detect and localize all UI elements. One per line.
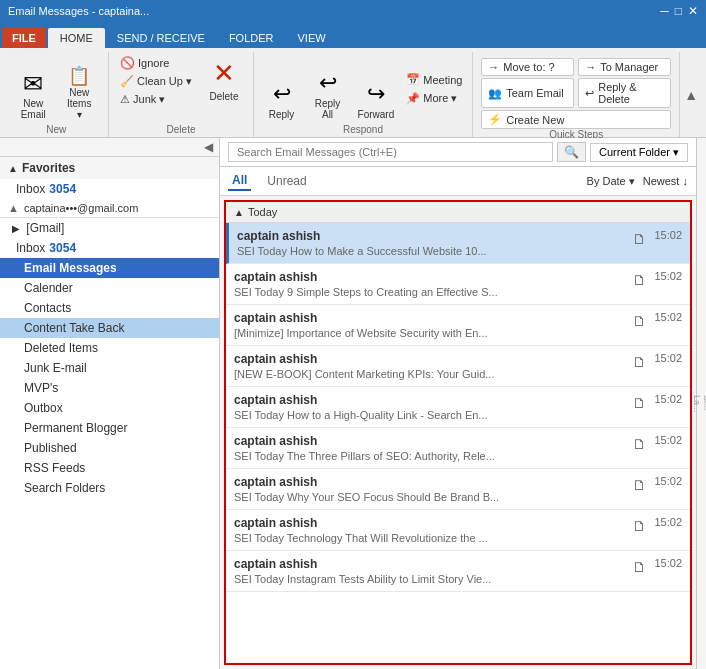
minimize-icon[interactable]: ─	[660, 4, 669, 18]
reply-label: Reply	[269, 109, 295, 120]
tab-send-receive[interactable]: SEND / RECEIVE	[105, 28, 217, 48]
email-content: captain ashish SEI Today How to a High-Q…	[234, 393, 628, 421]
close-icon[interactable]: ✕	[688, 4, 698, 18]
respond-group-label: Respond	[343, 124, 383, 137]
email-time: 15:02	[654, 557, 682, 569]
to-manager-label: To Manager	[600, 61, 658, 73]
filter-bar: All Unread By Date ▾ Newest ↓	[220, 167, 696, 196]
create-new-button[interactable]: ⚡ Create New	[481, 110, 671, 129]
delete-icon: ✕	[213, 58, 235, 89]
forward-icon: ↪	[367, 81, 385, 107]
ribbon-collapse[interactable]: ▲	[680, 52, 702, 137]
favorites-header[interactable]: ▲ Favorites	[0, 157, 219, 179]
account-header[interactable]: ▲ captaina•••@gmail.com	[0, 199, 219, 218]
folder-scope-button[interactable]: Current Folder ▾	[590, 143, 688, 162]
ribbon-group-new: ✉ NewEmail 📋 NewItems ▾ New	[4, 52, 109, 137]
search-bar: 🔍 Current Folder ▾	[220, 138, 696, 167]
email-item-email-1[interactable]: captain ashish SEI Today How to Make a S…	[226, 223, 690, 264]
new-group-label: New	[46, 124, 66, 137]
junk-button[interactable]: ⚠ Junk ▾	[116, 91, 196, 108]
sort-order-button[interactable]: Newest ↓	[643, 175, 688, 187]
email-item-email-5[interactable]: captain ashish SEI Today How to a High-Q…	[226, 387, 690, 428]
sidebar-item-email-messages[interactable]: Email Messages	[0, 258, 219, 278]
collapse-icon: ▲	[684, 87, 698, 103]
sidebar-item-inbox[interactable]: Inbox 3054	[0, 238, 219, 258]
reply-button[interactable]: ↩ Reply	[260, 77, 304, 124]
sidebar-collapse-btn[interactable]: ◀	[200, 140, 217, 154]
email-item-email-3[interactable]: captain ashish [Minimize] Importance of …	[226, 305, 690, 346]
reply-all-button[interactable]: ↩ ReplyAll	[306, 66, 350, 124]
cleanup-button[interactable]: 🧹 Clean Up ▾	[116, 73, 196, 90]
reply-all-icon: ↩	[319, 70, 337, 96]
folder-scope-label: Current Folder ▾	[599, 146, 679, 159]
ribbon-group-quicksteps: → Move to: ? → To Manager 👥 Team Email ↩…	[473, 52, 680, 137]
sidebar-item-mvps[interactable]: MVP's	[0, 378, 219, 398]
sidebar-item-permanent-blogger[interactable]: Permanent Blogger	[0, 418, 219, 438]
ignore-icon: 🚫	[120, 56, 135, 70]
email-item-email-4[interactable]: captain ashish [NEW E-BOOK] Content Mark…	[226, 346, 690, 387]
email-time: 15:02	[654, 229, 682, 241]
new-items-icon: 📋	[68, 67, 90, 85]
email-sender: captain ashish	[237, 229, 628, 243]
account-collapse-icon: ▲	[8, 202, 19, 214]
filter-tab-all[interactable]: All	[228, 171, 251, 191]
sort-by-date-button[interactable]: By Date ▾	[587, 175, 635, 188]
sidebar-item-rss-feeds[interactable]: RSS Feeds	[0, 458, 219, 478]
email-item-email-7[interactable]: captain ashish SEI Today Why Your SEO Fo…	[226, 469, 690, 510]
email-subject: SEI Today The Three Pillars of SEO: Auth…	[234, 450, 628, 462]
new-email-icon: ✉	[23, 72, 43, 96]
forward-button[interactable]: ↪ Forward	[352, 77, 401, 124]
search-input[interactable]	[228, 142, 553, 162]
email-content: captain ashish [NEW E-BOOK] Content Mark…	[234, 352, 628, 380]
sidebar-item-inbox-favorites[interactable]: Inbox 3054	[0, 179, 219, 199]
email-content: captain ashish SEI Today Instagram Tests…	[234, 557, 628, 585]
email-attachment-icon: 🗋	[632, 436, 646, 452]
reply-delete-label: Reply & Delete	[598, 81, 664, 105]
delete-button[interactable]: ✕ Delete	[202, 54, 246, 106]
reply-delete-button[interactable]: ↩ Reply & Delete	[578, 78, 671, 108]
email-item-email-9[interactable]: captain ashish SEI Today Instagram Tests…	[226, 551, 690, 592]
sidebar-item-outbox[interactable]: Outbox	[0, 398, 219, 418]
ignore-button[interactable]: 🚫 Ignore	[116, 54, 196, 72]
tab-home[interactable]: HOME	[48, 28, 105, 48]
favorites-label: Favorites	[22, 161, 75, 175]
new-email-button[interactable]: ✉ NewEmail	[11, 68, 55, 124]
meeting-icon: 📅	[406, 73, 420, 86]
more-label: More ▾	[423, 92, 457, 105]
email-attachment-icon: 🗋	[632, 272, 646, 288]
search-button[interactable]: 🔍	[557, 142, 586, 162]
sidebar-item-junk-email[interactable]: Junk E-mail	[0, 358, 219, 378]
sidebar-item-contacts[interactable]: Contacts	[0, 298, 219, 318]
to-manager-button[interactable]: → To Manager	[578, 58, 671, 76]
email-content: captain ashish SEI Today How to Make a S…	[237, 229, 628, 257]
tab-view[interactable]: VIEW	[286, 28, 338, 48]
maximize-icon[interactable]: □	[675, 4, 682, 18]
email-time: 15:02	[654, 475, 682, 487]
sidebar-item-calender[interactable]: Calender	[0, 278, 219, 298]
email-subject: SEI Today Why Your SEO Focus Should Be B…	[234, 491, 628, 503]
email-content: captain ashish SEI Today Why Your SEO Fo…	[234, 475, 628, 503]
sidebar-item-published[interactable]: Published	[0, 438, 219, 458]
tab-file[interactable]: FILE	[2, 28, 46, 48]
more-button[interactable]: 📌 More ▾	[402, 90, 466, 107]
email-attachment-icon: 🗋	[632, 313, 646, 329]
group-label: Today	[248, 206, 277, 218]
email-item-email-2[interactable]: captain ashish SEI Today 9 Simple Steps …	[226, 264, 690, 305]
team-email-label: Team Email	[506, 87, 563, 99]
sidebar-item-search-folders[interactable]: Search Folders	[0, 478, 219, 498]
email-item-email-6[interactable]: captain ashish SEI Today The Three Pilla…	[226, 428, 690, 469]
contacts-label: Contacts	[24, 301, 71, 315]
sidebar-item-deleted-items[interactable]: Deleted Items	[0, 338, 219, 358]
inbox-favorites-label: Inbox	[16, 182, 45, 196]
new-buttons: ✉ NewEmail 📋 NewItems ▾	[11, 54, 101, 124]
email-item-email-8[interactable]: captain ashish SEI Today Technology That…	[226, 510, 690, 551]
new-items-button[interactable]: 📋 NewItems ▾	[57, 63, 101, 124]
move-to-button[interactable]: → Move to: ?	[481, 58, 574, 76]
meeting-button[interactable]: 📅 Meeting	[402, 71, 466, 88]
team-email-button[interactable]: 👥 Team Email	[481, 78, 574, 108]
published-label: Published	[24, 441, 77, 455]
sidebar-item-content-take-back[interactable]: Content Take Back	[0, 318, 219, 338]
filter-tab-unread[interactable]: Unread	[263, 172, 310, 190]
tab-folder[interactable]: FOLDER	[217, 28, 286, 48]
sidebar-item-gmail[interactable]: ▶ [Gmail]	[0, 218, 219, 238]
